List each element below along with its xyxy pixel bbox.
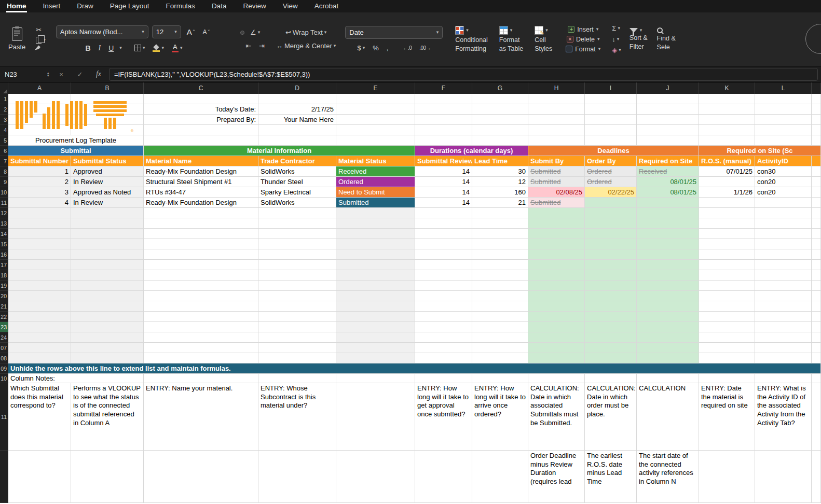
bold-button[interactable]: B [83,44,92,53]
align-left-button[interactable] [220,44,224,48]
cell-I16[interactable] [585,249,637,260]
cell-G08[interactable] [472,353,528,363]
cell-B12[interactable] [71,208,144,218]
cell-B14[interactable] [71,229,144,239]
format-as-table-button[interactable]: ▾ Format as Table [496,25,526,54]
menu-tab-insert[interactable]: Insert [43,1,61,12]
cell-F10[interactable]: 14 [415,187,472,198]
cell-D16[interactable] [258,249,336,260]
cell-D19[interactable] [258,281,336,291]
cell-A08[interactable] [8,353,71,363]
menu-tab-home[interactable]: Home [6,1,27,12]
cell-B9[interactable]: In Review [71,177,144,187]
cell-M07[interactable] [812,343,821,353]
cell-L14[interactable] [755,229,812,239]
cell-Lx[interactable] [755,451,812,503]
cell-H4[interactable] [528,125,585,135]
enter-icon[interactable]: ✓ [71,71,89,78]
cell-I5[interactable] [585,135,637,146]
cell-K3[interactable] [699,115,755,125]
cell-M9[interactable] [812,177,821,187]
cell-B10[interactable]: Approved as Noted [71,187,144,198]
cell-K14[interactable] [699,229,755,239]
cell-L16[interactable] [755,249,812,260]
align-bottom-button[interactable] [240,31,244,35]
font-color-button[interactable]: A▾ [170,43,185,53]
cell-L23[interactable] [755,322,812,332]
row-header-partial[interactable] [0,451,8,503]
cell-H16[interactable] [528,249,585,260]
cell-F13[interactable] [415,218,472,229]
cell-H1[interactable] [528,94,585,104]
cell-G11[interactable]: ENTRY: How long will it take to arrive o… [472,383,528,451]
increase-indent-button[interactable]: ⇥ [257,41,267,50]
format-painter-button[interactable] [34,46,48,53]
cell-B18[interactable] [71,270,144,281]
row-header-13[interactable]: 13 [0,218,8,229]
cell-C10[interactable]: RTUs #34-47 [144,187,258,198]
column-header-D[interactable]: D [258,82,336,94]
column-header-J[interactable]: J [637,82,699,94]
cell-J19[interactable] [637,281,699,291]
cell-F7[interactable]: Submittal Review [415,156,472,166]
cell-K22[interactable] [699,312,755,322]
cell-Bx[interactable] [71,451,144,503]
cell-C4[interactable] [144,125,258,135]
cell-D7[interactable]: Trade Contractor [258,156,336,166]
cell-E18[interactable] [336,270,415,281]
name-box[interactable]: N23 ▲▼ [0,71,52,78]
cell-F11[interactable]: 14 [415,198,472,208]
row-header-12[interactable]: 12 [0,208,8,218]
cell-Cx[interactable] [144,451,258,503]
cell-A22[interactable] [8,312,71,322]
formula-input[interactable]: =IF(ISBLANK(L23)," ",VLOOKUP(L23,Schedul… [109,68,818,81]
cell-L15[interactable] [755,239,812,249]
cell-G4[interactable] [472,125,528,135]
cell-F22[interactable] [415,312,472,322]
cell-Hx[interactable]: Order Deadline minus Review Duration (re… [528,451,585,503]
cell-J07[interactable] [637,343,699,353]
cell-D1[interactable] [258,94,336,104]
cell-F8[interactable]: 14 [415,166,472,177]
cell-L21[interactable] [755,301,812,312]
cell-F14[interactable] [415,229,472,239]
row-header-6[interactable]: 6 [0,146,8,156]
cell-C21[interactable] [144,301,258,312]
cell-F24[interactable] [415,332,472,343]
column-header-I[interactable]: I [585,82,637,94]
row-header-16[interactable]: 16 [0,249,8,260]
cell-M20[interactable] [812,291,821,301]
cell-C8[interactable]: Ready-Mix Foundation Design [144,166,258,177]
cell-J24[interactable] [637,332,699,343]
cell-A7[interactable]: Submittal Number [8,156,71,166]
row-header-15[interactable]: 15 [0,239,8,249]
cell-B19[interactable] [71,281,144,291]
cell-K23[interactable] [699,322,755,332]
cell-H21[interactable] [528,301,585,312]
cell-K6[interactable]: Required on Site (Sc [699,146,821,156]
cell-F1[interactable] [415,94,472,104]
cell-L1[interactable] [755,94,812,104]
cell-H22[interactable] [528,312,585,322]
underline-button[interactable]: U [106,44,116,53]
cell-K1[interactable] [699,94,755,104]
cell-J23[interactable] [637,322,699,332]
row-header-7[interactable]: 7 [0,156,8,166]
cell-G8[interactable]: 30 [472,166,528,177]
cell-H23[interactable] [528,322,585,332]
cell-J11[interactable]: CALCULATION [637,383,699,451]
cell-I19[interactable] [585,281,637,291]
row-header-11[interactable]: 11 [0,383,8,451]
cell-H10[interactable]: 02/08/25 [528,187,585,198]
cell-B13[interactable] [71,218,144,229]
cell-F11[interactable]: ENTRY: How long will it take to get appr… [415,383,472,451]
cell-M22[interactable] [812,312,821,322]
cell-K7[interactable]: R.O.S. (manual) [699,156,755,166]
row-header-5[interactable]: 5 [0,135,8,146]
row-header-09[interactable]: 09 [0,363,8,374]
number-format-select[interactable]: Date ▾ [345,26,443,39]
cell-G24[interactable] [472,332,528,343]
cell-K24[interactable] [699,332,755,343]
cell-F20[interactable] [415,291,472,301]
cell-M11[interactable] [812,383,821,451]
